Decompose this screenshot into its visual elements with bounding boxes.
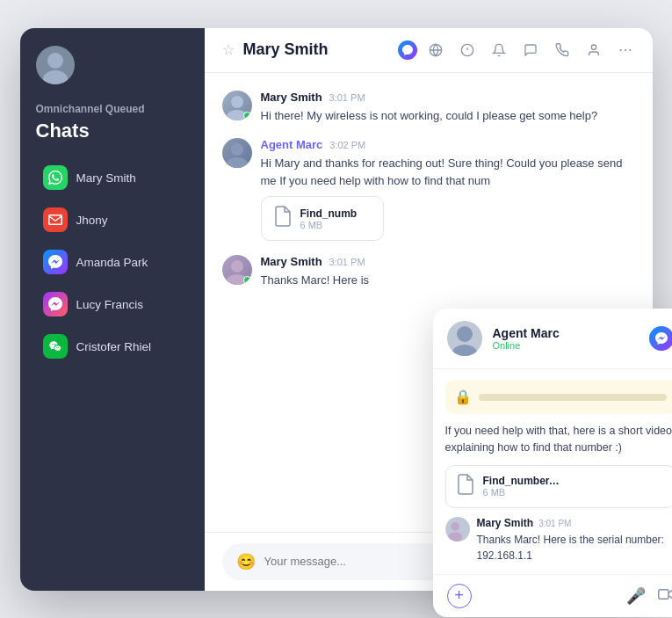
msg-avatar (222, 255, 252, 285)
section-title: Omnichannel Queued (20, 102, 205, 117)
sidebar-item-label: Jhony (76, 214, 108, 227)
sidebar-item-cristofer-rhiel[interactable]: Cristofer Rhiel (27, 326, 198, 367)
svg-point-7 (591, 45, 596, 49)
msg-avatar (222, 91, 252, 120)
svg-point-10 (231, 143, 243, 156)
add-button[interactable]: + (447, 584, 472, 608)
floating-msg-text: Thanks Marc! Here is the serial number: … (477, 532, 673, 563)
file-size: 6 MB (300, 220, 358, 230)
floating-msg-time: 3:01 PM (538, 519, 571, 528)
sidebar-item-label: Amanda Park (76, 256, 148, 269)
sidebar-item-label: Cristofer Rhiel (76, 340, 152, 353)
star-icon[interactable]: ☆ (222, 41, 235, 58)
file-info: Find_numb 6 MB (300, 207, 358, 230)
svg-point-12 (231, 260, 243, 273)
floating-card-header: Agent Marc Online (433, 309, 673, 369)
message-group: Mary Smith 3:01 PM Hi there! My wireless… (222, 91, 635, 125)
chat-icon[interactable] (521, 40, 540, 60)
msg-time: 3:01 PM (329, 257, 365, 267)
svg-point-8 (231, 96, 243, 108)
msg-time: 3:01 PM (329, 92, 365, 103)
msg-text: Hi Mary and thanks for reaching out! Sur… (261, 155, 635, 189)
msg-time: 3:02 PM (329, 140, 365, 150)
sidebar-item-jhony[interactable]: Jhony (27, 200, 198, 240)
agent-status: Online (493, 340, 639, 351)
floating-msg-avatar (445, 517, 470, 542)
msg-meta: Agent Marc 3:02 PM (261, 138, 635, 151)
online-indicator (243, 112, 251, 120)
msg-content: Agent Marc 3:02 PM Hi Mary and thanks fo… (261, 138, 635, 241)
file-name: Find_number.mp4 (483, 475, 562, 487)
gmail-icon (43, 207, 68, 232)
msg-meta: Mary Smith 3:01 PM (261, 91, 635, 104)
floating-messenger-badge (649, 326, 673, 351)
floating-file-attachment[interactable]: Find_number.mp4 6 MB (445, 465, 673, 508)
sidebar-item-mary-smith[interactable]: Mary Smith (27, 157, 198, 198)
svg-point-17 (448, 532, 462, 542)
wechat-icon (43, 334, 68, 359)
contact-name: Mary Smith (243, 40, 389, 59)
lock-message: 🔒 (445, 380, 673, 414)
svg-point-1 (43, 70, 68, 84)
chats-label: Chats (20, 120, 205, 142)
info-icon[interactable] (458, 40, 477, 60)
floating-msg-sender: Mary Smith (477, 517, 534, 529)
sidebar-item-label: Lucy Francis (76, 298, 144, 311)
svg-rect-18 (658, 590, 668, 600)
messenger-icon (43, 250, 68, 274)
floating-msg-meta: Mary Smith 3:01 PM (477, 517, 673, 529)
online-indicator (243, 276, 251, 284)
sidebar-item-label: Mary Smith (76, 171, 136, 185)
floating-agent-avatar (447, 321, 482, 356)
messenger2-icon (43, 292, 68, 316)
avatar (36, 46, 75, 84)
msg-text: Thanks Marc! Here is (261, 272, 635, 289)
svg-point-0 (47, 53, 63, 69)
whatsapp-icon (43, 165, 68, 190)
floating-card-footer: + 🎤 (433, 574, 673, 617)
msg-sender: Agent Marc (261, 138, 323, 151)
file-size: 6 MB (483, 487, 562, 498)
msg-content: Mary Smith 3:01 PM Hi there! My wireless… (261, 91, 635, 125)
floating-text-message: If you need help with that, here is a sh… (445, 423, 673, 456)
floating-card-info: Agent Marc Online (493, 326, 639, 351)
phone-icon[interactable] (553, 40, 572, 60)
sidebar: Omnichannel Queued Chats Mary Smith Jhon… (20, 28, 205, 591)
sidebar-item-lucy-francis[interactable]: Lucy Francis (27, 284, 198, 324)
video-icon[interactable] (658, 586, 673, 605)
user-icon[interactable] (584, 40, 603, 60)
svg-point-11 (227, 157, 248, 168)
more-icon[interactable]: ⋯ (616, 40, 635, 60)
floating-messages: 🔒 If you need help with that, here is a … (433, 369, 673, 574)
msg-avatar (222, 138, 252, 168)
notification-icon[interactable] (489, 40, 509, 60)
svg-point-15 (452, 345, 477, 356)
file-icon (274, 206, 292, 231)
globe-icon[interactable] (426, 40, 445, 60)
message-group: Agent Marc 3:02 PM Hi Mary and thanks fo… (222, 138, 635, 241)
emoji-button[interactable]: 😊 (236, 552, 256, 571)
msg-sender: Mary Smith (261, 255, 322, 268)
file-info: Find_number.mp4 6 MB (483, 475, 562, 498)
header-actions: ⋯ (426, 40, 635, 60)
footer-actions: 🎤 (626, 586, 673, 606)
floating-msg-content: Mary Smith 3:01 PM Thanks Marc! Here is … (477, 517, 673, 563)
svg-point-16 (451, 521, 459, 530)
agent-name: Agent Marc (493, 326, 639, 340)
file-icon (457, 474, 474, 499)
msg-sender: Mary Smith (261, 91, 322, 104)
online-indicator (465, 526, 470, 532)
file-attachment[interactable]: Find_numb 6 MB (261, 196, 384, 241)
msg-content: Mary Smith 3:01 PM Thanks Marc! Here is (261, 255, 635, 289)
sidebar-item-amanda-park[interactable]: Amanda Park (27, 242, 198, 282)
floating-message-group: Mary Smith 3:01 PM Thanks Marc! Here is … (445, 517, 673, 563)
msg-text: Hi there! My wireless is not working, co… (261, 107, 635, 125)
file-name: Find_numb (300, 207, 358, 220)
floating-card: Agent Marc Online 🔒 If you need help wit… (433, 309, 673, 617)
chat-header: ☆ Mary Smith (205, 28, 653, 73)
lock-icon: 🔒 (454, 389, 472, 405)
svg-point-14 (457, 326, 473, 342)
msg-meta: Mary Smith 3:01 PM (261, 255, 635, 268)
mic-icon[interactable]: 🎤 (626, 586, 646, 606)
messenger-badge (398, 40, 417, 60)
